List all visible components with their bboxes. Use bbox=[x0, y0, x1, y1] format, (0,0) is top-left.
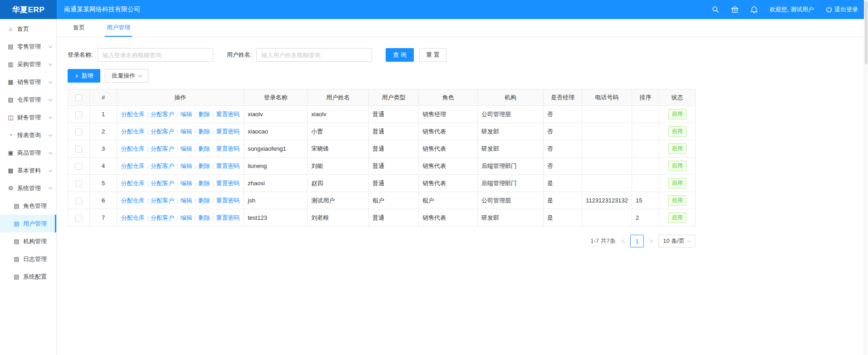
action-link-delete[interactable]: 删除 bbox=[198, 180, 210, 187]
action-link-reset-password[interactable]: 重置密码 bbox=[216, 214, 240, 221]
action-link-delete[interactable]: 删除 bbox=[198, 128, 210, 135]
action-link-edit[interactable]: 编辑 bbox=[181, 214, 192, 221]
action-link-reset-password[interactable]: 重置密码 bbox=[216, 128, 240, 135]
status-badge[interactable]: 启用 bbox=[668, 143, 687, 154]
sidebar-item-home[interactable]: ⌂首页 bbox=[0, 20, 56, 38]
action-link-assign-warehouse[interactable]: 分配仓库 bbox=[121, 197, 145, 204]
row-checkbox[interactable] bbox=[75, 128, 82, 135]
page-size-select[interactable]: 10 条/页 bbox=[658, 235, 695, 247]
status-badge[interactable]: 启用 bbox=[668, 109, 687, 119]
search-icon[interactable] bbox=[712, 6, 719, 13]
row-sort: 2 bbox=[632, 209, 659, 227]
reset-button[interactable]: 重 置 bbox=[419, 48, 446, 62]
action-link-reset-password[interactable]: 重置密码 bbox=[216, 180, 240, 187]
action-link-assign-customer[interactable]: 分配客户 bbox=[151, 180, 174, 187]
row-checkbox[interactable] bbox=[75, 163, 82, 170]
action-link-assign-customer[interactable]: 分配客户 bbox=[151, 197, 174, 204]
sidebar-subitem-org-mgmt[interactable]: ▤机构管理 bbox=[0, 232, 56, 250]
status-badge[interactable]: 启用 bbox=[668, 161, 687, 171]
action-link-edit[interactable]: 编辑 bbox=[181, 180, 192, 187]
action-link-edit[interactable]: 编辑 bbox=[181, 145, 192, 152]
action-link-assign-warehouse[interactable]: 分配仓库 bbox=[121, 163, 145, 169]
action-link-edit[interactable]: 编辑 bbox=[181, 197, 192, 204]
action-link-assign-customer[interactable]: 分配客户 bbox=[151, 145, 174, 152]
status-badge[interactable]: 启用 bbox=[668, 126, 687, 137]
bank-icon[interactable] bbox=[731, 6, 739, 13]
action-link-reset-password[interactable]: 重置密码 bbox=[216, 163, 240, 169]
sidebar-item-goods[interactable]: ▣商品管理 bbox=[0, 144, 56, 162]
table-row: 5分配仓库|分配客户|编辑|删除|重置密码zhaosi赵四普通销售代表后端管理部… bbox=[68, 175, 696, 192]
action-separator: | bbox=[195, 128, 196, 135]
row-org: 公司管理层 bbox=[478, 106, 544, 123]
status-badge[interactable]: 启用 bbox=[668, 178, 687, 188]
sidebar-subitem-sys-config[interactable]: ▤系统配置 bbox=[0, 268, 56, 286]
next-page-button[interactable]: > bbox=[647, 237, 655, 245]
row-name: 刘老根 bbox=[308, 209, 369, 227]
action-link-edit[interactable]: 编辑 bbox=[181, 128, 192, 135]
action-link-edit[interactable]: 编辑 bbox=[181, 111, 192, 118]
row-index: 3 bbox=[90, 140, 117, 158]
action-link-assign-customer[interactable]: 分配客户 bbox=[151, 128, 174, 135]
row-checkbox[interactable] bbox=[75, 215, 82, 222]
sidebar-subitem-role-mgmt[interactable]: ▤角色管理 bbox=[0, 197, 56, 215]
sidebar-subitem-label: 日志管理 bbox=[23, 255, 47, 263]
add-button[interactable]: + 新增 bbox=[68, 69, 100, 83]
action-link-assign-warehouse[interactable]: 分配仓库 bbox=[121, 111, 145, 118]
doc-icon: ▤ bbox=[13, 256, 20, 262]
status-badge[interactable]: 启用 bbox=[668, 195, 687, 206]
row-org: 研发部 bbox=[478, 209, 544, 227]
action-link-delete[interactable]: 删除 bbox=[198, 163, 210, 169]
sidebar-item-label: 系统管理 bbox=[17, 184, 41, 192]
action-link-delete[interactable]: 删除 bbox=[198, 111, 210, 118]
sidebar-item-system[interactable]: ⚙系统管理 bbox=[0, 179, 56, 197]
query-button[interactable]: 查 询 bbox=[386, 48, 414, 62]
action-link-assign-customer[interactable]: 分配客户 bbox=[151, 163, 174, 169]
action-link-assign-warehouse[interactable]: 分配仓库 bbox=[121, 214, 145, 221]
action-link-reset-password[interactable]: 重置密码 bbox=[216, 145, 240, 152]
page-number[interactable]: 1 bbox=[630, 235, 644, 247]
action-link-assign-warehouse[interactable]: 分配仓库 bbox=[121, 128, 145, 135]
table-row: 4分配仓库|分配客户|编辑|删除|重置密码liuneng刘能普通销售代表后端管理… bbox=[68, 158, 696, 175]
status-badge[interactable]: 启用 bbox=[668, 212, 687, 223]
tab-home[interactable]: 首页 bbox=[71, 19, 87, 37]
row-checkbox[interactable] bbox=[75, 180, 82, 187]
sidebar-item-finance[interactable]: ◫财务管理 bbox=[0, 108, 56, 126]
select-all-checkbox[interactable] bbox=[75, 94, 82, 101]
row-login: liuneng bbox=[244, 158, 308, 175]
action-link-delete[interactable]: 删除 bbox=[198, 214, 210, 221]
action-link-assign-customer[interactable]: 分配客户 bbox=[151, 111, 174, 118]
user-name-input[interactable] bbox=[256, 48, 372, 62]
action-link-reset-password[interactable]: 重置密码 bbox=[216, 197, 240, 204]
row-checkbox[interactable] bbox=[75, 111, 82, 118]
sidebar-subitem-log-mgmt[interactable]: ▤日志管理 bbox=[0, 250, 56, 268]
sidebar-subitem-user-mgmt[interactable]: ▤用户管理 bbox=[0, 215, 56, 232]
vertical-scrollbar[interactable] bbox=[864, 0, 868, 355]
tab-user-mgmt[interactable]: 用户管理 bbox=[105, 19, 132, 37]
logout-button[interactable]: 退出登录 bbox=[826, 5, 858, 14]
action-link-reset-password[interactable]: 重置密码 bbox=[216, 111, 240, 118]
login-name-input[interactable] bbox=[98, 48, 213, 62]
sidebar-item-retail[interactable]: ▤零售管理 bbox=[0, 38, 56, 55]
sidebar-item-purchase[interactable]: ▥采购管理 bbox=[0, 55, 56, 73]
row-checkbox[interactable] bbox=[75, 146, 82, 153]
row-type: 租户 bbox=[369, 192, 419, 209]
bell-icon[interactable] bbox=[750, 6, 758, 13]
column-header: 是否经理 bbox=[544, 89, 582, 106]
sidebar-item-sales[interactable]: ▦销售管理 bbox=[0, 73, 56, 91]
action-link-delete[interactable]: 删除 bbox=[198, 145, 210, 152]
row-type: 普通 bbox=[369, 140, 419, 158]
action-link-delete[interactable]: 删除 bbox=[198, 197, 210, 204]
sidebar-item-basedata[interactable]: ▩基本资料 bbox=[0, 162, 56, 179]
row-actions: 分配仓库|分配客户|编辑|删除|重置密码 bbox=[117, 140, 244, 158]
action-link-edit[interactable]: 编辑 bbox=[181, 163, 192, 169]
batch-operations-button[interactable]: 批量操作 bbox=[105, 69, 148, 83]
scrollbar-thumb[interactable] bbox=[865, 1, 868, 64]
prev-page-button[interactable]: < bbox=[619, 237, 627, 245]
action-link-assign-warehouse[interactable]: 分配仓库 bbox=[121, 180, 145, 187]
action-link-assign-warehouse[interactable]: 分配仓库 bbox=[121, 145, 145, 152]
column-header: 登录名称 bbox=[244, 89, 308, 106]
sidebar-item-warehouse[interactable]: ▧仓库管理 bbox=[0, 91, 56, 108]
row-checkbox[interactable] bbox=[75, 197, 82, 204]
action-link-assign-customer[interactable]: 分配客户 bbox=[151, 214, 174, 221]
sidebar-item-report[interactable]: ◔报表查询 bbox=[0, 126, 56, 144]
